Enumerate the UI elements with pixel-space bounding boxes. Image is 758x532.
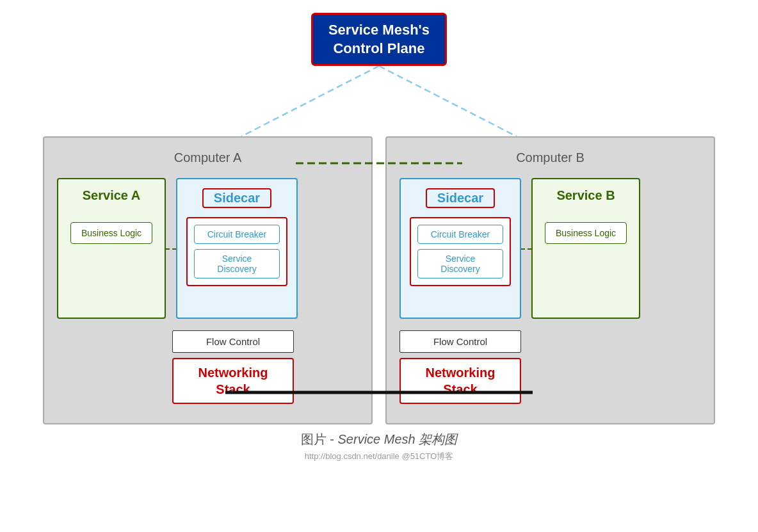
computer-b-box: Computer B Sidecar Circuit Breaker Servi… xyxy=(385,136,715,424)
service-b-title: Service B xyxy=(556,188,615,203)
sidecar-b-to-service-b-line xyxy=(521,248,531,250)
sidecar-a-title: Sidecar xyxy=(202,188,271,208)
control-plane-line1: Service Mesh's xyxy=(328,22,430,38)
computers-row: Computer A Service A Business Logic Side… xyxy=(43,136,715,424)
flow-control-a: Flow Control xyxy=(172,330,294,353)
sidecar-a-box: Sidecar Circuit Breaker Service Discover… xyxy=(176,178,298,319)
service-a-business-logic: Business Logic xyxy=(70,222,152,244)
flow-control-b: Flow Control xyxy=(399,330,521,353)
dashed-lines-svg xyxy=(43,66,715,143)
networking-connection-svg xyxy=(43,386,715,399)
sidecar-a-service-discovery: Service Discovery xyxy=(194,249,280,278)
computer-a-label: Computer A xyxy=(57,150,359,165)
website-text: http://blog.csdn.net/danile @51CTO博客 xyxy=(301,451,458,462)
diagram-container: Service Mesh's Control Plane Computer A … xyxy=(13,13,745,462)
sidecar-b-title: Sidecar xyxy=(426,188,495,208)
networking-stack-a-line1: Networking xyxy=(198,366,268,380)
caption-text: 图片 - Service Mesh 架构图 xyxy=(301,431,458,448)
sidecar-b-box: Sidecar Circuit Breaker Service Discover… xyxy=(399,178,521,319)
service-a-title: Service A xyxy=(83,188,140,203)
control-plane-line2: Control Plane xyxy=(333,40,424,56)
sidecar-a-inner: Circuit Breaker Service Discovery xyxy=(186,217,287,286)
networking-stack-b-line1: Networking xyxy=(426,366,496,380)
computer-b-inner: Sidecar Circuit Breaker Service Discover… xyxy=(399,178,701,319)
service-b-business-logic: Business Logic xyxy=(545,222,627,244)
control-plane-box: Service Mesh's Control Plane xyxy=(311,13,447,66)
sidecar-a-circuit-breaker: Circuit Breaker xyxy=(194,225,280,244)
computer-b-label: Computer B xyxy=(399,150,701,165)
sidecar-b-service-discovery: Service Discovery xyxy=(417,249,503,278)
service-a-to-sidecar-line xyxy=(166,248,176,250)
sidecar-b-inner: Circuit Breaker Service Discovery xyxy=(410,217,511,286)
computer-a-box: Computer A Service A Business Logic Side… xyxy=(43,136,373,424)
service-a-box: Service A Business Logic xyxy=(57,178,166,319)
caption-chinese: 图片 - xyxy=(301,432,338,446)
computer-a-inner: Service A Business Logic Sidecar Circuit… xyxy=(57,178,359,319)
service-b-box: Service B Business Logic xyxy=(531,178,640,319)
sidecar-b-circuit-breaker: Circuit Breaker xyxy=(417,225,503,244)
caption-italic: Service Mesh 架构图 xyxy=(338,432,458,446)
svg-line-0 xyxy=(241,66,379,136)
svg-line-1 xyxy=(379,66,517,136)
